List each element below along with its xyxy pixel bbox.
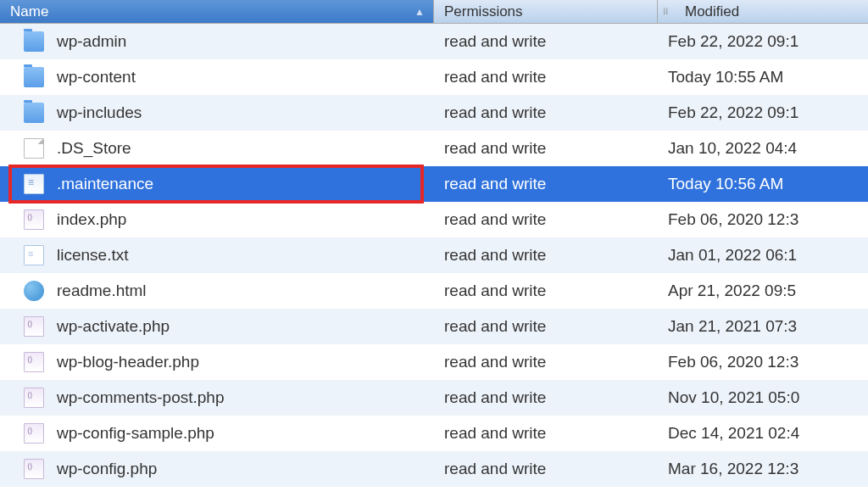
file-name-cell: wp-config-sample.php bbox=[0, 416, 434, 451]
file-name-label: .maintenance bbox=[57, 175, 153, 193]
file-txt-icon bbox=[24, 245, 44, 265]
file-permissions-cell: read and write bbox=[434, 202, 658, 237]
file-permissions-label: read and write bbox=[444, 32, 546, 51]
file-name-cell: index.php bbox=[0, 202, 434, 237]
file-row[interactable]: wp-config.phpread and writeMar 16, 2022 … bbox=[0, 451, 868, 487]
file-permissions-cell: read and write bbox=[434, 309, 658, 344]
file-permissions-label: read and write bbox=[444, 210, 546, 229]
file-permissions-label: read and write bbox=[444, 317, 546, 336]
file-row[interactable]: wp-comments-post.phpread and writeNov 10… bbox=[0, 380, 868, 416]
file-modified-cell: Today 10:55 AM bbox=[658, 59, 868, 95]
file-modified-cell: Jan 10, 2022 04:4 bbox=[658, 131, 868, 166]
file-permissions-cell: read and write bbox=[434, 273, 658, 309]
file-modified-cell: Jan 01, 2022 06:1 bbox=[658, 237, 868, 273]
file-permissions-label: read and write bbox=[444, 353, 546, 371]
column-header-name[interactable]: Name ▲ bbox=[0, 0, 434, 23]
file-name-cell: wp-content bbox=[0, 59, 434, 95]
column-header-permissions[interactable]: Permissions bbox=[434, 0, 658, 23]
file-name-label: wp-includes bbox=[57, 103, 142, 122]
file-row[interactable]: wp-contentread and writeToday 10:55 AM bbox=[0, 59, 868, 95]
folder-icon bbox=[24, 103, 44, 123]
file-modified-label: Feb 06, 2020 12:3 bbox=[668, 353, 798, 371]
column-grip-icon: ⁞⁞ bbox=[663, 6, 668, 17]
file-row[interactable]: .maintenanceread and writeToday 10:56 AM bbox=[0, 166, 868, 202]
file-name-label: wp-admin bbox=[57, 32, 126, 51]
file-name-cell: wp-comments-post.php bbox=[0, 380, 434, 416]
file-name-label: wp-config-sample.php bbox=[57, 424, 214, 443]
file-permissions-cell: read and write bbox=[434, 451, 658, 487]
file-modified-cell: Mar 16, 2022 12:3 bbox=[658, 451, 868, 487]
file-modified-cell: Feb 06, 2020 12:3 bbox=[658, 344, 868, 380]
file-modified-label: Feb 22, 2022 09:1 bbox=[668, 32, 798, 51]
file-name-label: wp-activate.php bbox=[57, 317, 170, 336]
file-permissions-cell: read and write bbox=[434, 237, 658, 273]
file-permissions-cell: read and write bbox=[434, 344, 658, 380]
file-name-cell: readme.html bbox=[0, 273, 434, 309]
file-name-cell: wp-activate.php bbox=[0, 309, 434, 344]
file-modified-label: Dec 14, 2021 02:4 bbox=[668, 424, 799, 443]
column-header-modified[interactable]: ⁞⁞ Modified bbox=[658, 0, 868, 23]
file-permissions-cell: read and write bbox=[434, 131, 658, 166]
file-name-cell: wp-blog-header.php bbox=[0, 344, 434, 380]
file-row[interactable]: readme.htmlread and writeApr 21, 2022 09… bbox=[0, 273, 868, 309]
file-modified-cell: Apr 21, 2022 09:5 bbox=[658, 273, 868, 309]
column-header-permissions-label: Permissions bbox=[444, 3, 523, 20]
file-name-label: license.txt bbox=[57, 246, 128, 265]
column-headers: Name ▲ Permissions ⁞⁞ Modified bbox=[0, 0, 868, 24]
file-modified-cell: Feb 22, 2022 09:1 bbox=[658, 24, 868, 59]
file-permissions-label: read and write bbox=[444, 139, 546, 158]
file-php-icon bbox=[24, 388, 44, 408]
file-name-label: wp-comments-post.php bbox=[57, 388, 224, 407]
file-list: wp-adminread and writeFeb 22, 2022 09:1w… bbox=[0, 24, 868, 487]
file-name-cell: .maintenance bbox=[0, 166, 434, 202]
file-row[interactable]: license.txtread and writeJan 01, 2022 06… bbox=[0, 237, 868, 273]
file-doc-icon bbox=[24, 174, 44, 194]
file-row[interactable]: wp-includesread and writeFeb 22, 2022 09… bbox=[0, 95, 868, 131]
file-permissions-cell: read and write bbox=[434, 24, 658, 59]
file-name-cell: wp-admin bbox=[0, 24, 434, 59]
file-modified-label: Mar 16, 2022 12:3 bbox=[668, 460, 798, 478]
file-generic-icon bbox=[24, 138, 44, 159]
file-row[interactable]: wp-blog-header.phpread and writeFeb 06, … bbox=[0, 344, 868, 380]
file-modified-label: Today 10:55 AM bbox=[668, 68, 783, 86]
file-permissions-label: read and write bbox=[444, 460, 546, 478]
file-name-label: index.php bbox=[57, 210, 126, 229]
file-html-icon bbox=[24, 281, 44, 301]
file-modified-cell: Nov 10, 2021 05:0 bbox=[658, 380, 868, 416]
file-name-cell: .DS_Store bbox=[0, 131, 434, 166]
file-row[interactable]: wp-adminread and writeFeb 22, 2022 09:1 bbox=[0, 24, 868, 59]
file-name-cell: wp-includes bbox=[0, 95, 434, 131]
file-row[interactable]: index.phpread and writeFeb 06, 2020 12:3 bbox=[0, 202, 868, 237]
file-name-cell: wp-config.php bbox=[0, 451, 434, 487]
file-php-icon bbox=[24, 209, 44, 230]
file-modified-cell: Jan 21, 2021 07:3 bbox=[658, 309, 868, 344]
folder-icon bbox=[24, 31, 44, 52]
file-permissions-cell: read and write bbox=[434, 166, 658, 202]
file-php-icon bbox=[24, 316, 44, 337]
file-modified-label: Nov 10, 2021 05:0 bbox=[668, 388, 799, 407]
file-row[interactable]: wp-activate.phpread and writeJan 21, 202… bbox=[0, 309, 868, 344]
file-modified-cell: Feb 06, 2020 12:3 bbox=[658, 202, 868, 237]
file-row[interactable]: wp-config-sample.phpread and writeDec 14… bbox=[0, 416, 868, 451]
folder-icon bbox=[24, 67, 44, 87]
file-permissions-label: read and write bbox=[444, 388, 546, 407]
file-modified-label: Feb 22, 2022 09:1 bbox=[668, 103, 798, 122]
file-modified-label: Feb 06, 2020 12:3 bbox=[668, 210, 798, 229]
column-header-name-label: Name bbox=[10, 3, 48, 20]
file-modified-label: Jan 21, 2021 07:3 bbox=[668, 317, 797, 336]
file-permissions-cell: read and write bbox=[434, 95, 658, 131]
file-modified-label: Today 10:56 AM bbox=[668, 175, 783, 193]
file-php-icon bbox=[24, 459, 44, 479]
file-name-label: wp-content bbox=[57, 68, 136, 86]
file-name-label: readme.html bbox=[57, 282, 147, 300]
file-modified-label: Apr 21, 2022 09:5 bbox=[668, 282, 796, 300]
file-modified-cell: Feb 22, 2022 09:1 bbox=[658, 95, 868, 131]
file-permissions-label: read and write bbox=[444, 424, 546, 443]
file-modified-label: Jan 10, 2022 04:4 bbox=[668, 139, 797, 158]
file-name-label: wp-config.php bbox=[57, 460, 157, 478]
file-permissions-label: read and write bbox=[444, 68, 546, 86]
file-permissions-label: read and write bbox=[444, 282, 546, 300]
file-row[interactable]: .DS_Storeread and writeJan 10, 2022 04:4 bbox=[0, 131, 868, 166]
sort-arrow-icon: ▲ bbox=[415, 6, 425, 18]
column-header-modified-label: Modified bbox=[685, 3, 739, 20]
